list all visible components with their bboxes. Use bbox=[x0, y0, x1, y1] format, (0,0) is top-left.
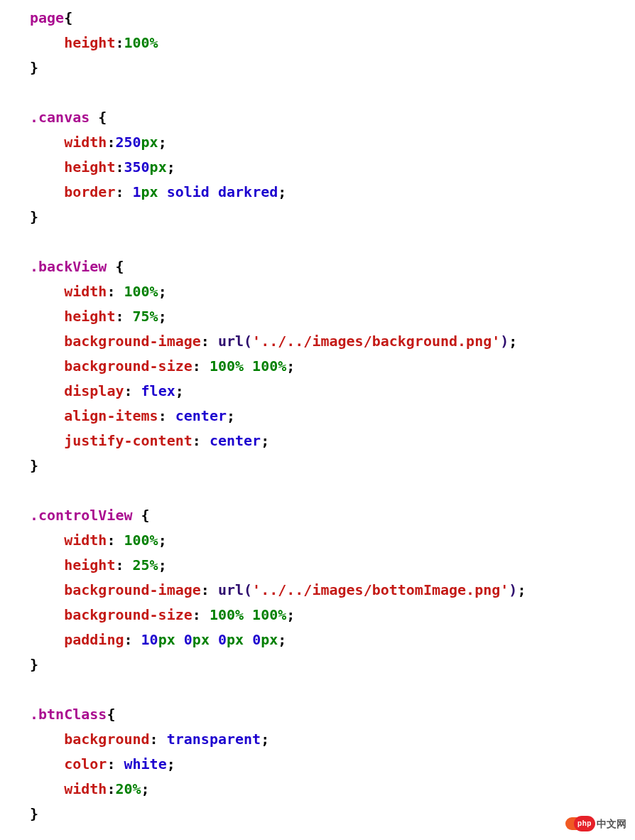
code-block: page{ height:100% } .canvas { width:250p… bbox=[0, 6, 635, 826]
css-property: width bbox=[64, 283, 107, 300]
code-line: page{ bbox=[30, 9, 72, 26]
code-line: } bbox=[30, 59, 38, 76]
css-property: width bbox=[64, 134, 107, 151]
css-property: background-size bbox=[64, 357, 192, 375]
code-line: background: transparent; bbox=[30, 731, 269, 748]
code-line: } bbox=[30, 208, 38, 225]
css-property: color bbox=[64, 755, 107, 772]
code-line: } bbox=[30, 805, 38, 822]
code-line: height:100% bbox=[30, 34, 158, 51]
blank-line bbox=[30, 233, 38, 250]
css-property: width bbox=[64, 532, 107, 549]
selector: .btnClass bbox=[30, 706, 107, 723]
watermark-text: 中文网 bbox=[597, 819, 626, 829]
code-line: width:20%; bbox=[30, 780, 150, 797]
css-property: display bbox=[64, 382, 124, 399]
css-property: border bbox=[64, 183, 115, 200]
code-line: width:250px; bbox=[30, 134, 167, 151]
code-line: height:350px; bbox=[30, 158, 175, 176]
code-line: border: 1px solid darkred; bbox=[30, 183, 286, 200]
css-property: width bbox=[64, 780, 107, 797]
code-line: width: 100%; bbox=[30, 283, 167, 300]
code-line: background-size: 100% 100%; bbox=[30, 357, 295, 375]
code-line: .controlView { bbox=[30, 507, 150, 524]
code-line: align-items: center; bbox=[30, 407, 235, 424]
css-property: justify-content bbox=[64, 432, 192, 449]
code-line: height: 25%; bbox=[30, 556, 167, 574]
code-line: .backView { bbox=[30, 258, 124, 275]
code-line: } bbox=[30, 656, 38, 673]
code-line: background-size: 100% 100%; bbox=[30, 606, 295, 623]
selector: .canvas bbox=[30, 109, 89, 126]
css-property: align-items bbox=[64, 407, 158, 424]
code-line: display: flex; bbox=[30, 382, 184, 399]
code-line: .canvas { bbox=[30, 109, 107, 126]
blank-line bbox=[30, 681, 38, 698]
selector: .controlView bbox=[30, 507, 133, 524]
css-property: height bbox=[64, 158, 115, 176]
selector: page bbox=[30, 9, 64, 26]
code-line: justify-content: center; bbox=[30, 432, 269, 449]
code-line: background-image: url('../../images/bott… bbox=[30, 581, 526, 598]
watermark: php 中文网 bbox=[565, 816, 626, 831]
watermark-badge-text: php bbox=[574, 816, 595, 831]
code-line: color: white; bbox=[30, 755, 175, 772]
css-property: background bbox=[64, 731, 149, 748]
css-property: background-image bbox=[64, 333, 201, 350]
code-line: width: 100%; bbox=[30, 532, 167, 549]
css-property: height bbox=[64, 34, 115, 51]
css-property: background-image bbox=[64, 581, 201, 598]
code-line: } bbox=[30, 457, 38, 474]
watermark-badge: php bbox=[565, 816, 595, 831]
selector: .backView bbox=[30, 258, 107, 275]
css-property: height bbox=[64, 308, 115, 325]
code-line: .btnClass{ bbox=[30, 706, 115, 723]
code-line: padding: 10px 0px 0px 0px; bbox=[30, 631, 286, 648]
code-line: height: 75%; bbox=[30, 308, 167, 325]
css-property: background-size bbox=[64, 606, 192, 623]
blank-line bbox=[30, 84, 38, 101]
code-line: background-image: url('../../images/back… bbox=[30, 333, 517, 350]
css-property: height bbox=[64, 556, 115, 574]
blank-line bbox=[30, 482, 38, 499]
css-property: padding bbox=[64, 631, 124, 648]
